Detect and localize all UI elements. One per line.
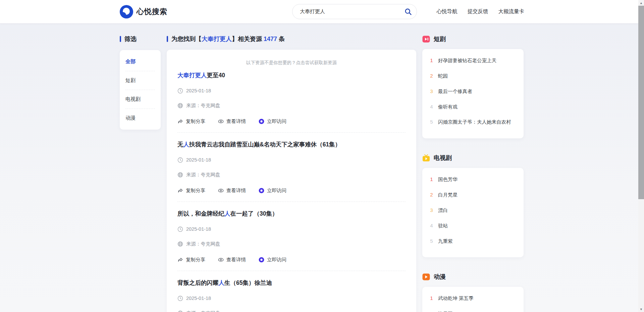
result-source-row: 来源：夸克网盘 — [177, 310, 406, 312]
section-bar-icon — [167, 36, 168, 42]
search-bar — [292, 4, 417, 19]
filter-item[interactable]: 电视剧 — [125, 90, 155, 109]
share-icon — [177, 257, 183, 263]
result-date-row: 2025-01-18 — [177, 296, 406, 301]
ranking-item[interactable]: 4 驻站 — [429, 223, 517, 229]
result-item: 大奉打更人更至40 2025-01-18 来源：夸克网盘 复制分享 — [177, 72, 406, 125]
visit-button[interactable]: 立即访问 — [259, 118, 286, 125]
copy-share-button[interactable]: 复制分享 — [177, 257, 205, 263]
search-button[interactable] — [402, 6, 414, 18]
ranking-item[interactable]: 5 闪婚京圈太子爷：夫人她来自农村 — [429, 119, 517, 125]
results-heading: 为您找到【大奉打更人】相关资源 1477 条 — [167, 35, 416, 43]
result-source: 来源：夸克网盘 — [186, 310, 220, 312]
ranking-item[interactable]: 2 沧元图2 — [429, 311, 517, 312]
rank-number: 4 — [429, 104, 434, 109]
result-title[interactable]: 大奉打更人更至40 — [177, 72, 406, 79]
filter-item[interactable]: 动漫 — [125, 109, 155, 127]
rank-label: 最后一个修真者 — [438, 88, 472, 95]
globe-icon — [177, 241, 183, 247]
visit-ring-icon — [259, 188, 264, 193]
section-bar-icon — [120, 36, 121, 42]
clock-icon — [177, 157, 183, 163]
ranking-card: 1 好孕甜妻被钻石老公宠上天 2 蛇园 3 最后一个修真者 4 偷听有戏 5 闪… — [422, 49, 524, 138]
visit-button[interactable]: 立即访问 — [259, 257, 286, 263]
result-source: 来源：夸克网盘 — [186, 102, 220, 109]
search-icon — [404, 8, 412, 16]
scroll-up-button[interactable]: ▲ — [638, 0, 644, 6]
globe-icon — [177, 103, 183, 108]
logo[interactable]: 心悦搜索 — [120, 5, 167, 18]
nav-link-dataplan[interactable]: 大额流量卡 — [498, 8, 525, 15]
result-date-row: 2025-01-18 — [177, 88, 406, 94]
ranking-item[interactable]: 3 最后一个修真者 — [429, 88, 517, 95]
scrollbar[interactable]: ▲ ▼ — [638, 0, 644, 312]
rank-label: 驻站 — [438, 223, 448, 229]
view-detail-button[interactable]: 查看详情 — [218, 257, 246, 263]
scroll-down-button[interactable]: ▼ — [638, 306, 644, 312]
share-icon — [177, 188, 183, 193]
search-input[interactable] — [292, 4, 417, 19]
result-title-part: 大奉打更人 — [177, 72, 207, 79]
ranking-title: 动漫 — [434, 273, 446, 281]
rank-number: 5 — [429, 119, 434, 125]
rank-number: 1 — [429, 57, 434, 63]
copy-share-button[interactable]: 复制分享 — [177, 187, 205, 194]
anime-icon — [422, 273, 430, 281]
result-title-part: 无 — [177, 141, 183, 148]
rank-label: 蛇园 — [438, 73, 448, 79]
nav-link-navigation[interactable]: 心悦导航 — [437, 8, 458, 15]
results-count: 1477 — [264, 36, 277, 42]
result-title[interactable]: 所以，和金牌经纪人在一起了（30集） — [177, 210, 406, 218]
ranking-item[interactable]: 1 国色芳华 — [429, 176, 517, 183]
ranking-section: 短剧 1 好孕甜妻被钻石老公宠上天 2 蛇园 3 最后一个修真者 4 偷听有戏 … — [422, 35, 524, 138]
result-title-part: 更至40 — [207, 72, 225, 79]
ranking-item[interactable]: 3 漂白 — [429, 207, 517, 214]
rank-label: 白月梵星 — [438, 192, 458, 198]
shortplay-icon — [422, 35, 430, 43]
result-date-row: 2025-01-18 — [177, 157, 406, 163]
scrollbar-thumb[interactable] — [638, 6, 644, 199]
rank-number: 5 — [429, 238, 434, 244]
ranking-item[interactable]: 1 武动乾坤 第五季 — [429, 295, 517, 302]
result-title-part: 人 — [219, 279, 225, 286]
result-title[interactable]: 无人扶我青云志我自踏雪至山巅&名动天下之家事难休（61集） — [177, 141, 406, 148]
result-date-row: 2025-01-18 — [177, 226, 406, 232]
result-title-part: 人 — [183, 141, 190, 148]
visit-button[interactable]: 立即访问 — [259, 187, 286, 194]
ranking-item[interactable]: 1 好孕甜妻被钻石老公宠上天 — [429, 57, 517, 64]
globe-icon — [177, 310, 183, 312]
clock-icon — [177, 88, 183, 94]
result-actions: 复制分享 查看详情 立即访问 — [177, 187, 406, 194]
result-title-part: 在一起了（30集） — [230, 210, 278, 217]
view-detail-button[interactable]: 查看详情 — [218, 187, 246, 194]
ranking-item[interactable]: 5 九重紫 — [429, 238, 517, 244]
rank-number: 2 — [429, 311, 434, 312]
result-item: 所以，和金牌经纪人在一起了（30集） 2025-01-18 来源：夸克网盘 复制… — [177, 202, 406, 263]
result-date: 2025-01-18 — [186, 88, 211, 93]
copy-share-button[interactable]: 复制分享 — [177, 118, 205, 125]
rank-label: 好孕甜妻被钻石老公宠上天 — [438, 57, 496, 64]
refresh-notice-link[interactable]: 以下资源不是你想要的？点击尝试获取新资源 — [177, 58, 406, 66]
filter-item[interactable]: 全部 — [125, 52, 155, 71]
result-title[interactable]: 背叛之后的闪耀人生（65集）徐兰迪 — [177, 279, 406, 287]
top-bar: 心悦搜索 心悦导航 提交反馈 大额流量卡 — [0, 0, 644, 23]
logo-text: 心悦搜索 — [137, 7, 167, 17]
ranking-item[interactable]: 2 白月梵星 — [429, 192, 517, 198]
item-divider — [177, 132, 406, 133]
nav-link-feedback[interactable]: 提交反馈 — [468, 8, 488, 15]
ranking-card: 1 国色芳华 2 白月梵星 3 漂白 4 驻站 5 九重紫 — [422, 168, 524, 257]
visit-ring-icon — [259, 257, 264, 263]
result-source-row: 来源：夸克网盘 — [177, 241, 406, 247]
result-date: 2025-01-18 — [186, 157, 211, 163]
result-title-part: 扶我青云志我自踏雪至山巅&名动天下之家事难休（61集） — [189, 141, 341, 148]
rank-number: 1 — [429, 295, 434, 301]
ranking-item[interactable]: 4 偷听有戏 — [429, 104, 517, 110]
ranking-item[interactable]: 2 蛇园 — [429, 73, 517, 79]
eye-icon — [218, 188, 224, 193]
filter-item[interactable]: 短剧 — [125, 71, 155, 90]
rank-label: 武动乾坤 第五季 — [438, 295, 474, 302]
tv-icon — [422, 154, 430, 162]
filter-card: 全部短剧电视剧动漫 — [120, 50, 161, 130]
result-title-part: 人 — [224, 210, 230, 217]
view-detail-button[interactable]: 查看详情 — [218, 118, 246, 125]
